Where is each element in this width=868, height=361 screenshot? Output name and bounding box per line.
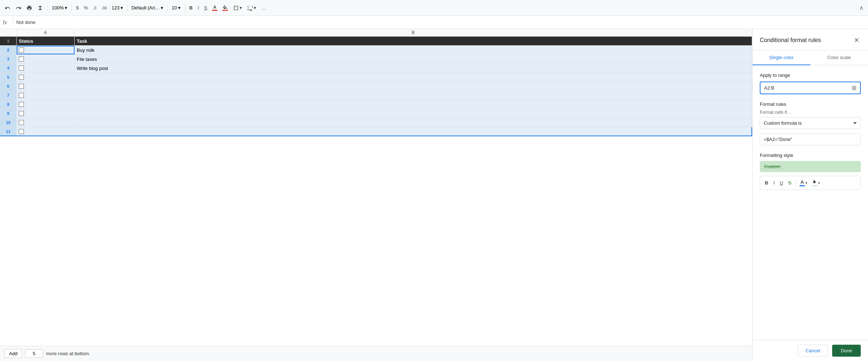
- style-separator-1: [795, 180, 796, 186]
- style-toolbar: B I U S A ▾ ▾: [760, 176, 861, 190]
- style-italic-button[interactable]: I: [771, 179, 776, 187]
- done-button[interactable]: Done: [832, 345, 861, 357]
- range-input[interactable]: [764, 85, 852, 91]
- status-header-cell[interactable]: Status: [17, 37, 75, 45]
- number-format-label: 123: [112, 5, 120, 11]
- task-cell[interactable]: File taxes: [75, 55, 752, 63]
- checkbox[interactable]: [19, 120, 24, 125]
- separator-4: [167, 4, 168, 12]
- checkbox[interactable]: [19, 75, 24, 80]
- toolbar: 100% ▾ $ % .0 .00 123 ▾ Default (Ari… ▾ …: [0, 0, 868, 16]
- add-count-input[interactable]: [25, 349, 43, 358]
- row-num-cell: 7: [0, 91, 17, 100]
- status-cell[interactable]: [17, 46, 75, 54]
- task-cell[interactable]: [75, 82, 752, 91]
- status-cell[interactable]: [17, 91, 75, 100]
- checkbox[interactable]: [19, 93, 24, 98]
- task-cell[interactable]: [75, 91, 752, 100]
- task-header-cell[interactable]: Task: [75, 37, 752, 45]
- task-cell[interactable]: [75, 127, 752, 136]
- zoom-arrow: ▾: [65, 5, 67, 11]
- style-text-color-button[interactable]: A ▾: [798, 178, 809, 187]
- status-cell[interactable]: [17, 109, 75, 118]
- collapse-button[interactable]: ∧: [858, 3, 865, 13]
- range-input-row[interactable]: ⊞: [760, 82, 861, 94]
- checkbox[interactable]: [19, 66, 24, 71]
- decimal-increase-button[interactable]: .00: [100, 4, 109, 12]
- style-strikethrough-button[interactable]: S: [786, 179, 793, 187]
- format-condition-select[interactable]: Custom formula is: [760, 117, 861, 129]
- cancel-button[interactable]: Cancel: [798, 345, 827, 357]
- table-row[interactable]: 8: [0, 100, 752, 109]
- print-button[interactable]: [25, 4, 34, 12]
- table-row[interactable]: 10: [0, 118, 752, 127]
- style-underline-button[interactable]: U: [778, 179, 785, 187]
- style-fill-color-button[interactable]: ▾: [810, 179, 822, 187]
- row-num-cell: 6: [0, 82, 17, 91]
- status-cell[interactable]: [17, 55, 75, 63]
- style-bold-button[interactable]: B: [763, 179, 770, 187]
- status-cell[interactable]: [17, 127, 75, 136]
- table-row[interactable]: 5: [0, 73, 752, 82]
- paintformat-button[interactable]: [35, 4, 45, 12]
- formula-bar-value: Not done: [16, 20, 865, 25]
- table-row[interactable]: 7: [0, 91, 752, 100]
- status-cell[interactable]: [17, 100, 75, 109]
- zoom-select[interactable]: 100% ▾: [50, 4, 69, 12]
- range-grid-icon[interactable]: ⊞: [852, 84, 856, 91]
- merge-button[interactable]: ▾: [245, 4, 258, 12]
- more-button[interactable]: …: [260, 4, 268, 12]
- add-button[interactable]: Add: [4, 349, 22, 358]
- custom-style-text: Custom: [764, 164, 780, 169]
- borders-arrow: ▾: [240, 5, 242, 11]
- undo-button[interactable]: [3, 4, 12, 12]
- tab-single-color[interactable]: Single color: [753, 50, 810, 65]
- text-color-label: A: [213, 5, 216, 9]
- format-rules-label: Format rules: [760, 101, 861, 107]
- number-format-select[interactable]: 123 ▾: [110, 4, 125, 12]
- status-cell[interactable]: [17, 64, 75, 72]
- table-row[interactable]: 11: [0, 127, 752, 136]
- status-cell[interactable]: [17, 82, 75, 91]
- col-a-header[interactable]: A: [17, 29, 75, 36]
- table-row[interactable]: 4Write blog post: [0, 64, 752, 73]
- checkbox[interactable]: [19, 111, 24, 116]
- task-cell[interactable]: [75, 73, 752, 82]
- status-cell[interactable]: [17, 73, 75, 82]
- task-cell[interactable]: [75, 109, 752, 118]
- borders-button[interactable]: ▾: [231, 4, 244, 12]
- status-cell[interactable]: [17, 118, 75, 127]
- redo-button[interactable]: [14, 4, 23, 12]
- italic-button[interactable]: I: [196, 4, 201, 12]
- formula-input[interactable]: [760, 133, 861, 145]
- separator-5: [185, 4, 185, 12]
- font-size-select[interactable]: 10 ▾: [170, 4, 182, 12]
- task-cell[interactable]: [75, 118, 752, 127]
- checkbox[interactable]: [19, 102, 24, 107]
- row-num-cell: 9: [0, 109, 17, 118]
- bold-button[interactable]: B: [187, 4, 194, 12]
- checkbox[interactable]: [19, 84, 24, 89]
- table-row[interactable]: 2Buy milk: [0, 46, 752, 55]
- strikethrough-button[interactable]: S: [202, 4, 209, 12]
- task-cell[interactable]: Buy milk: [75, 46, 752, 54]
- decimal-decrease-button[interactable]: .0: [91, 4, 98, 12]
- table-row[interactable]: 6: [0, 82, 752, 91]
- spreadsheet-area: A B 1 Status Task 2Buy milk3File taxes4W…: [0, 29, 752, 361]
- checkbox[interactable]: [19, 57, 24, 62]
- table-row[interactable]: 9: [0, 109, 752, 118]
- fill-color-button[interactable]: [220, 4, 230, 12]
- checkbox[interactable]: [19, 47, 24, 53]
- col-b-header[interactable]: B: [75, 29, 752, 36]
- font-family-select[interactable]: Default (Ari… ▾: [130, 4, 165, 12]
- currency-button[interactable]: $: [74, 4, 80, 12]
- table-row[interactable]: 3File taxes: [0, 55, 752, 64]
- task-cell[interactable]: [75, 100, 752, 109]
- merge-icon: [247, 5, 253, 11]
- tab-color-scale[interactable]: Color scale: [810, 50, 868, 65]
- checkbox[interactable]: [19, 129, 24, 134]
- task-cell[interactable]: Write blog post: [75, 64, 752, 72]
- text-color-button[interactable]: A: [210, 4, 219, 12]
- percent-button[interactable]: %: [82, 4, 90, 12]
- panel-close-button[interactable]: ✕: [852, 35, 861, 46]
